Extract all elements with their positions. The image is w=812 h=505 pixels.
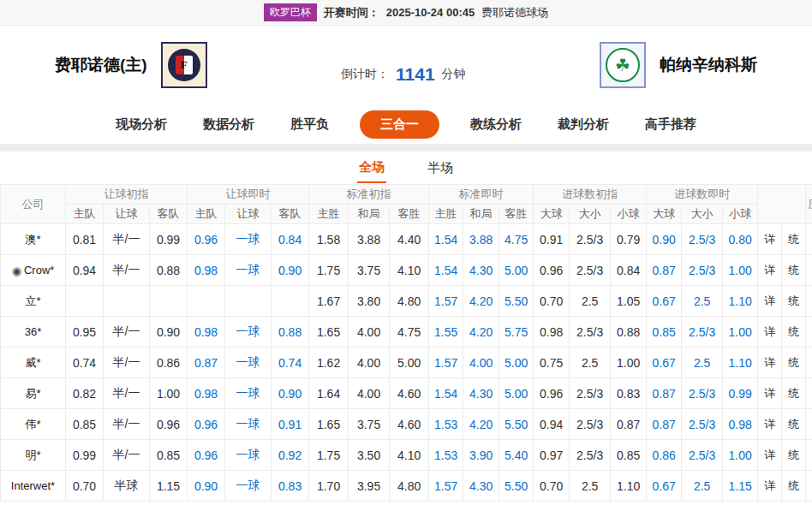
stats-link[interactable]: 统 bbox=[782, 224, 806, 255]
nav-tab-6[interactable]: 裁判分析 bbox=[552, 110, 614, 139]
odds-cell: 3.75 bbox=[349, 255, 390, 286]
odds-cell: 半球 bbox=[104, 471, 150, 502]
detail-link[interactable]: 详 bbox=[758, 224, 782, 255]
odds-cell: 0.74 bbox=[272, 348, 309, 378]
kickoff-time: 2025-10-24 00:45 bbox=[386, 6, 475, 19]
odds-cell: 1.54 bbox=[429, 255, 463, 286]
odds-cell: 半/一 bbox=[104, 224, 150, 255]
odds-cell: 0.98 bbox=[188, 317, 225, 348]
company-name: 易* bbox=[1, 378, 66, 409]
odds-cell: 4.80 bbox=[390, 471, 429, 502]
stats-link[interactable]: 统 bbox=[782, 317, 806, 348]
odds-cell: 0.90 bbox=[150, 317, 188, 348]
odds-cell: 4.00 bbox=[349, 378, 390, 409]
stats-link[interactable]: 统 bbox=[782, 409, 806, 440]
stats-link[interactable]: 统 bbox=[782, 348, 806, 378]
subtab-1[interactable]: 全场 bbox=[357, 153, 386, 183]
odds-cell: 4.75 bbox=[390, 317, 429, 348]
odds-cell: 4.30 bbox=[463, 471, 499, 502]
odds-cell: 0.83 bbox=[611, 378, 647, 409]
detail-link[interactable]: 详 bbox=[758, 286, 782, 317]
feyenoord-crest-icon: F bbox=[168, 49, 200, 81]
odds-cell: 1.57 bbox=[429, 286, 463, 317]
divider-band bbox=[0, 144, 812, 152]
detail-link[interactable]: 详 bbox=[758, 471, 782, 502]
odds-cell: 半/一 bbox=[104, 440, 150, 471]
odds-cell: 1.54 bbox=[429, 224, 463, 255]
odds-cell: 2.5/3 bbox=[682, 378, 723, 409]
odds-cell: 4.40 bbox=[390, 224, 429, 255]
odds-cell: 0.98 bbox=[188, 255, 225, 286]
period-subtabs: 全场半场 bbox=[0, 152, 812, 184]
odds-cell: 0.84 bbox=[611, 255, 647, 286]
odds-cell: 0.95 bbox=[66, 317, 104, 348]
sub-header-3-3: 客胜 bbox=[390, 205, 429, 224]
company-name: 伟* bbox=[1, 409, 66, 440]
nav-tab-3[interactable]: 胜平负 bbox=[285, 110, 334, 139]
odds-cell: 0.87 bbox=[611, 409, 647, 440]
odds-row: 明*0.99半/一0.850.96一球0.921.753.504.101.533… bbox=[1, 440, 812, 471]
detail-link[interactable]: 详 bbox=[758, 255, 782, 286]
odds-cell: 一球 bbox=[225, 317, 272, 348]
odds-cell: 半/一 bbox=[104, 409, 150, 440]
odds-cell: 4.75 bbox=[499, 224, 534, 255]
odds-row: 威*0.74半/一0.860.87一球0.741.624.005.001.574… bbox=[1, 348, 812, 378]
sub-header-2-3: 客队 bbox=[272, 205, 309, 224]
odds-row: Interwet*0.70半球1.150.90一球0.831.703.954.8… bbox=[1, 471, 812, 502]
odds-cell: 1.64 bbox=[309, 378, 349, 409]
stats-link[interactable]: 统 bbox=[782, 440, 806, 471]
nav-tab-5[interactable]: 教练分析 bbox=[465, 110, 527, 139]
stats-link[interactable]: 统 bbox=[782, 471, 806, 502]
odds-cell: 5.00 bbox=[390, 348, 429, 378]
kickoff-label: 开赛时间： bbox=[324, 5, 379, 21]
odds-cell: 0.96 bbox=[150, 409, 188, 440]
odds-cell: 2.5 bbox=[570, 286, 611, 317]
group-header-1: 让球初指 bbox=[66, 185, 188, 205]
odds-cell: 1.75 bbox=[309, 255, 349, 286]
cutoff-cell bbox=[806, 286, 812, 317]
nav-tab-1[interactable]: 现场分析 bbox=[110, 110, 172, 139]
odds-row: ◉Crow*0.94半/一0.880.98一球0.901.753.754.101… bbox=[1, 255, 812, 286]
detail-link[interactable]: 详 bbox=[758, 317, 782, 348]
stats-link[interactable]: 统 bbox=[782, 255, 806, 286]
stats-link[interactable]: 统 bbox=[782, 378, 806, 409]
odds-cell: 1.00 bbox=[611, 348, 647, 378]
subtab-2[interactable]: 半场 bbox=[426, 154, 455, 182]
odds-cell: 0.74 bbox=[66, 348, 104, 378]
odds-cell: 0.88 bbox=[150, 255, 188, 286]
odds-cell: 一球 bbox=[225, 224, 272, 255]
odds-cell: 4.30 bbox=[463, 255, 499, 286]
nav-tab-7[interactable]: 高手推荐 bbox=[640, 110, 702, 139]
cutoff-cell bbox=[806, 224, 812, 255]
odds-cell: 0.85 bbox=[66, 409, 104, 440]
odds-cell: 4.00 bbox=[463, 348, 499, 378]
nav-tab-2[interactable]: 数据分析 bbox=[198, 110, 260, 139]
sub-header-5-3: 小球 bbox=[611, 205, 647, 224]
odds-cell: 1.67 bbox=[309, 286, 349, 317]
match-header: 费耶诺德(主) F 倒计时： 1141 分钟 ☘ 帕纳辛纳科斯 bbox=[0, 26, 812, 104]
odds-cell: 2.5 bbox=[570, 471, 611, 502]
sub-header-2-1: 主队 bbox=[188, 205, 225, 224]
odds-cell: 0.70 bbox=[534, 286, 570, 317]
detail-link[interactable]: 详 bbox=[758, 348, 782, 378]
away-team: ☘ 帕纳辛纳科斯 bbox=[600, 42, 757, 88]
odds-cell: 2.5 bbox=[570, 348, 611, 378]
detail-link[interactable]: 详 bbox=[758, 440, 782, 471]
detail-link[interactable]: 详 bbox=[758, 409, 782, 440]
cutoff-cell bbox=[806, 378, 812, 409]
odds-cell: 0.96 bbox=[534, 255, 570, 286]
odds-cell: 5.00 bbox=[499, 348, 534, 378]
odds-cell bbox=[225, 286, 272, 317]
odds-cell: 1.53 bbox=[429, 409, 463, 440]
company-name: Interwet* bbox=[1, 471, 66, 502]
sub-header-5-1: 大球 bbox=[534, 205, 570, 224]
nav-tab-4[interactable]: 三合一 bbox=[360, 110, 439, 139]
detail-link[interactable]: 详 bbox=[758, 378, 782, 409]
cutoff-cell bbox=[806, 409, 812, 440]
league-badge[interactable]: 欧罗巴杯 bbox=[264, 3, 317, 21]
odds-cell: 1.58 bbox=[309, 224, 349, 255]
stats-link[interactable]: 统 bbox=[782, 286, 806, 317]
cutoff-cell bbox=[806, 317, 812, 348]
odds-cell: 2.5/3 bbox=[570, 317, 611, 348]
odds-cell: 0.85 bbox=[611, 440, 647, 471]
